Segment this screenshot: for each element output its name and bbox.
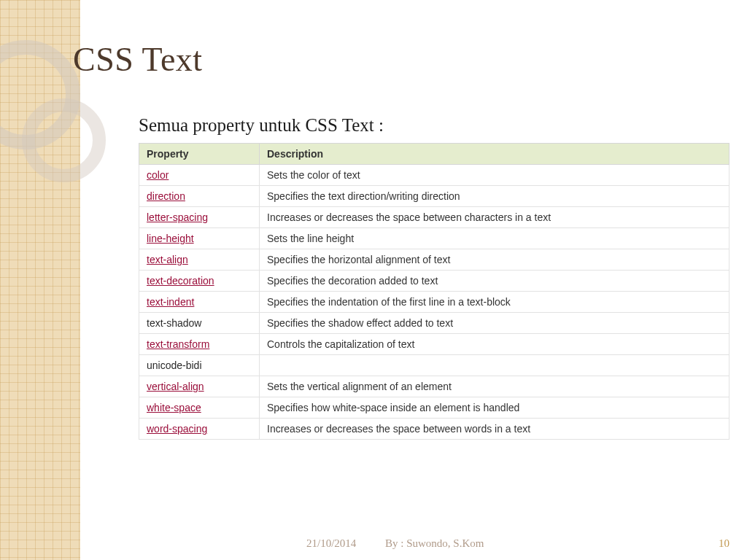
slide-subtitle: Semua property untuk CSS Text : (139, 115, 729, 136)
description-cell: Specifies how white-space inside an elem… (260, 397, 729, 419)
property-link[interactable]: direction (147, 190, 185, 202)
table-row: colorSets the color of text (139, 165, 729, 186)
table-row: line-heightSets the line height (139, 228, 729, 249)
column-header-description: Description (260, 144, 729, 165)
description-cell: Controls the capitalization of text (260, 334, 729, 355)
description-cell: Sets the line height (260, 228, 729, 249)
description-cell: Specifies the indentation of the first l… (260, 292, 729, 313)
description-cell: Specifies the horizontal alignment of te… (260, 249, 729, 271)
description-cell: Specifies the decoration added to text (260, 271, 729, 292)
property-link[interactable]: line-height (147, 233, 194, 244)
table-row: text-transformControls the capitalizatio… (139, 334, 729, 355)
property-link[interactable]: white-space (147, 402, 201, 413)
footer-date: 21/10/2014 (306, 537, 356, 550)
description-cell: Sets the color of text (260, 165, 729, 186)
property-link[interactable]: letter-spacing (147, 211, 208, 223)
properties-table: Property Description colorSets the color… (139, 143, 729, 440)
table-row: unicode-bidi (139, 355, 729, 376)
slide-title: CSS Text (73, 40, 729, 79)
description-cell: Specifies the text direction/writing dir… (260, 186, 729, 207)
table-header-row: Property Description (139, 144, 729, 165)
property-cell: text-decoration (139, 271, 260, 292)
table-row: vertical-alignSets the vertical alignmen… (139, 376, 729, 397)
table-row: white-spaceSpecifies how white-space ins… (139, 397, 729, 419)
description-cell: Sets the vertical alignment of an elemen… (260, 376, 729, 397)
property-cell: text-indent (139, 292, 260, 313)
table-row: word-spacingIncreases or decreases the s… (139, 419, 729, 440)
description-cell: Increases or decreases the space between… (260, 207, 729, 228)
description-cell: Increases or decreases the space between… (260, 419, 729, 440)
property-cell: line-height (139, 228, 260, 249)
property-cell: text-shadow (139, 313, 260, 334)
property-link[interactable]: color (147, 169, 169, 181)
footer-page-number: 10 (719, 537, 729, 550)
table-row: text-decorationSpecifies the decoration … (139, 271, 729, 292)
description-cell: Specifies the shadow effect added to tex… (260, 313, 729, 334)
table-row: directionSpecifies the text direction/wr… (139, 186, 729, 207)
property-cell: text-align (139, 249, 260, 271)
property-cell: letter-spacing (139, 207, 260, 228)
description-cell (260, 355, 729, 376)
footer-author: By : Suwondo, S.Kom (385, 537, 484, 550)
table-row: letter-spacingIncreases or decreases the… (139, 207, 729, 228)
property-cell: white-space (139, 397, 260, 419)
property-cell: vertical-align (139, 376, 260, 397)
property-link[interactable]: text-decoration (147, 275, 214, 287)
property-link[interactable]: word-spacing (147, 423, 207, 435)
property-link[interactable]: text-transform (147, 338, 209, 350)
property-link[interactable]: vertical-align (147, 381, 204, 392)
property-cell: unicode-bidi (139, 355, 260, 376)
table-row: text-alignSpecifies the horizontal align… (139, 249, 729, 271)
column-header-property: Property (139, 144, 260, 165)
table-row: text-shadowSpecifies the shadow effect a… (139, 313, 729, 334)
table-row: text-indentSpecifies the indentation of … (139, 292, 729, 313)
property-link[interactable]: text-indent (147, 296, 194, 308)
property-cell: text-transform (139, 334, 260, 355)
property-cell: direction (139, 186, 260, 207)
property-text: text-shadow (147, 317, 201, 329)
property-text: unicode-bidi (147, 359, 202, 371)
property-link[interactable]: text-align (147, 254, 188, 265)
property-cell: word-spacing (139, 419, 260, 440)
property-cell: color (139, 165, 260, 186)
